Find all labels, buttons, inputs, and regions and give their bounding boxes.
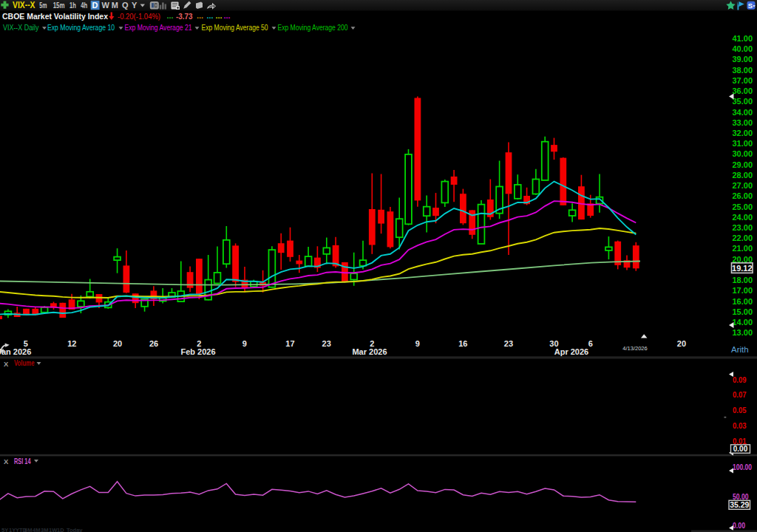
svg-text:Jan 2026: Jan 2026 [0,347,31,356]
svg-text:32.00: 32.00 [733,129,753,137]
svg-text:21.00: 21.00 [733,244,753,253]
svg-text:38.00: 38.00 [733,66,753,75]
svg-text:20.00: 20.00 [733,255,753,264]
svg-text:35.00: 35.00 [733,97,753,106]
svg-text:Exp Moving Average 200: Exp Moving Average 200 [278,24,348,32]
svg-text:28.00: 28.00 [733,171,753,180]
svg-text:Exp Moving Average 10: Exp Moving Average 10 [47,24,115,32]
svg-text:0.00: 0.00 [733,445,748,453]
svg-text:0.01: 0.01 [733,437,747,446]
svg-text:37.00: 37.00 [733,76,753,85]
svg-text:...: ... [224,11,231,20]
svg-text:X: X [4,360,9,368]
svg-text:3M: 3M [41,527,48,532]
svg-text:23.00: 23.00 [733,223,753,232]
svg-text:12: 12 [67,339,76,348]
svg-text:0.07: 0.07 [733,391,747,399]
svg-text:M: M [112,1,118,10]
svg-text:...: ... [197,11,203,20]
svg-text:13.00: 13.00 [733,328,753,337]
svg-text:26.00: 26.00 [733,191,753,200]
svg-text:4/13/2026: 4/13/2026 [622,345,647,352]
svg-text:4M: 4M [33,527,40,532]
svg-text:X: X [4,457,9,466]
svg-text:1Y: 1Y [9,527,16,532]
svg-text:S: S [748,1,753,10]
svg-text:18.00: 18.00 [733,276,753,284]
svg-text:6M: 6M [24,527,32,532]
svg-text:...: ... [167,11,174,20]
svg-text:24.00: 24.00 [733,213,753,222]
svg-text:Y: Y [132,1,138,10]
svg-text:VIX--X Daily: VIX--X Daily [3,24,39,32]
svg-text:17: 17 [285,339,294,348]
svg-text:0.09: 0.09 [733,376,747,384]
svg-text:41.00: 41.00 [733,34,753,43]
svg-text:D: D [92,1,98,10]
svg-text:Today: Today [67,527,83,532]
svg-text:22.00: 22.00 [733,233,753,242]
svg-text:9: 9 [242,339,247,348]
svg-text:19.12: 19.12 [732,264,753,273]
svg-text:20: 20 [677,339,686,348]
svg-text:0.05: 0.05 [733,406,747,415]
svg-text:RSI 14: RSI 14 [14,457,31,466]
svg-text:100.00: 100.00 [733,463,752,471]
svg-text:VIX--X: VIX--X [13,0,35,10]
svg-text:5m: 5m [39,1,47,10]
svg-text:50.00: 50.00 [733,493,749,501]
svg-text:35.29: 35.29 [730,500,749,509]
svg-text:CBOE Market Volatility Index: CBOE Market Volatility Index [2,12,109,21]
svg-text:Q: Q [122,1,129,10]
svg-text:30.00: 30.00 [733,149,753,158]
svg-text:16.00: 16.00 [733,297,753,306]
svg-text:1D: 1D [57,527,64,532]
svg-text:34.00: 34.00 [733,108,753,117]
svg-text:Feb 2026: Feb 2026 [180,347,215,356]
svg-text:6: 6 [588,339,593,348]
svg-text:5Y: 5Y [1,527,8,532]
svg-text:20: 20 [113,339,122,348]
svg-text:36.00: 36.00 [733,86,753,95]
svg-text:17.00: 17.00 [733,286,753,295]
svg-text:Apr 2026: Apr 2026 [554,347,588,356]
svg-text:23: 23 [322,339,331,348]
svg-text:14.00: 14.00 [733,318,753,327]
svg-text:40.00: 40.00 [733,44,753,53]
svg-text:9: 9 [415,339,420,348]
svg-text:15.00: 15.00 [733,307,753,316]
svg-text:Exp Moving Average 21: Exp Moving Average 21 [125,24,192,32]
svg-text:39.00: 39.00 [733,55,753,64]
svg-text:26: 26 [149,339,158,348]
svg-text:25.00: 25.00 [733,202,753,211]
svg-text:-0.20(-1.04%): -0.20(-1.04%) [118,12,160,21]
svg-text:Arith: Arith [731,345,749,354]
svg-text:Mar 2026: Mar 2026 [352,347,387,356]
svg-text:16: 16 [458,339,467,348]
svg-text:33.00: 33.00 [733,118,753,127]
svg-text:0.03: 0.03 [733,422,747,430]
svg-text:-3.73: -3.73 [176,12,193,21]
svg-text:31.00: 31.00 [733,139,753,148]
svg-text:4h: 4h [81,1,87,10]
svg-text:Exp Moving Average 50: Exp Moving Average 50 [202,24,268,32]
svg-text:Volume: Volume [14,359,35,367]
svg-text:1h: 1h [69,1,76,10]
svg-text:W: W [101,1,109,10]
svg-text:23: 23 [504,339,513,348]
svg-text:15m: 15m [53,1,65,10]
svg-text:...: ... [207,11,214,20]
svg-text:27.00: 27.00 [733,181,753,190]
svg-text:29.00: 29.00 [733,160,753,169]
svg-text:...: ... [216,11,223,20]
svg-text:0.00: 0.00 [733,522,745,530]
